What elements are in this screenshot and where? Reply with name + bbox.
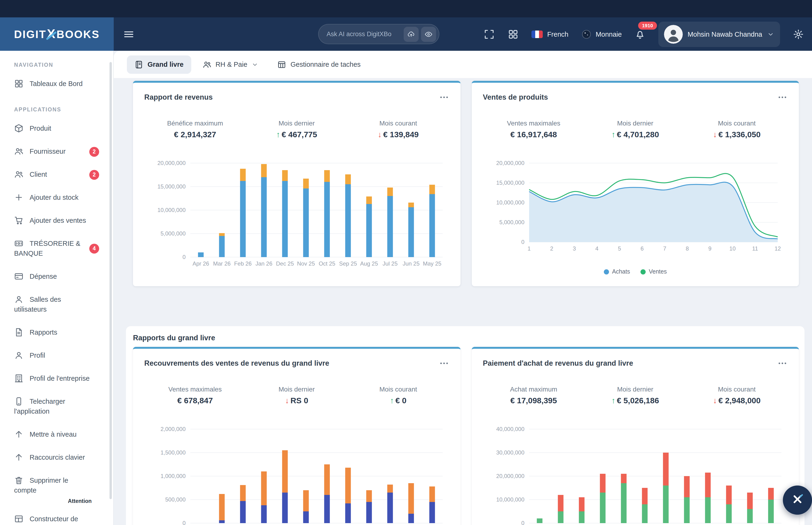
stat-value: ↑€ 4,701,280 bbox=[584, 130, 686, 139]
tab-label: Gestionnaire de taches bbox=[291, 61, 361, 68]
delete-icon bbox=[14, 476, 24, 485]
app-window: DIGITXBOOKS French Monnaie bbox=[0, 0, 812, 525]
profile-icon bbox=[14, 351, 24, 360]
stat-value: € 2,914,327 bbox=[144, 130, 246, 139]
card-header: Paiement d'achat de revenus du grand liv… bbox=[483, 358, 787, 369]
tab-rh-paie[interactable]: RH & Paie bbox=[195, 55, 266, 74]
sidebar-item-profil-de-l-entreprise[interactable]: Profil de l'entreprise bbox=[0, 367, 113, 390]
window-top-strip bbox=[0, 0, 812, 17]
sidebar-item-label: Ajouter du stock bbox=[30, 194, 78, 201]
notifications-button[interactable]: 1910 bbox=[634, 28, 646, 40]
sidebar-item-ajouter-du-stock[interactable]: Ajouter du stock bbox=[0, 186, 113, 209]
stat-mois-dernier: Mois dernier↑€ 4,701,280 bbox=[584, 119, 686, 139]
sidebar-item-label: Mettre à niveau bbox=[30, 431, 77, 438]
menu-toggle-icon[interactable] bbox=[123, 28, 135, 40]
sidebar-item-constructeur-de[interactable]: Constructeur de bbox=[0, 508, 113, 525]
sidebar-item-produit[interactable]: Produit bbox=[0, 117, 113, 140]
ellipsis-menu-icon[interactable] bbox=[777, 92, 787, 103]
user-menu[interactable]: Mohsin Nawab Chandna bbox=[658, 21, 780, 47]
sidebar-item-rapports[interactable]: Rapports bbox=[0, 321, 113, 344]
trend-down-icon: ↓ bbox=[378, 130, 382, 139]
ledger-section-title: Rapports du grand livre bbox=[133, 333, 799, 347]
card-title: Paiement d'achat de revenus du grand liv… bbox=[483, 359, 633, 368]
suppliers-icon bbox=[14, 147, 24, 156]
card-recouvrements-des-ventes-de-revenus-du-grand-livre: Recouvrements des ventes de revenus du g… bbox=[133, 347, 460, 525]
sidebar-item-label: Profil bbox=[30, 351, 45, 359]
svg-text:10,000,000: 10,000,000 bbox=[496, 496, 524, 503]
stat-label: Mois courant bbox=[348, 119, 449, 127]
count-badge: 4 bbox=[89, 244, 99, 254]
sidebar-item-tableaux-de-bord[interactable]: Tableaux de Bord bbox=[0, 72, 113, 95]
stat-value: € 17,098,395 bbox=[483, 396, 584, 406]
chevron-down-icon bbox=[767, 30, 775, 38]
ellipsis-menu-icon[interactable] bbox=[439, 358, 449, 369]
tab-gestionnaire-de-taches[interactable]: Gestionnaire de taches bbox=[270, 55, 368, 74]
stat-label: Mois dernier bbox=[584, 119, 686, 127]
stat-mois-dernier: Mois dernier↑€ 467,775 bbox=[246, 119, 347, 139]
stat-label: Mois courant bbox=[686, 119, 787, 127]
legend-item-ventes: Ventes bbox=[640, 268, 667, 275]
stats-row: Achat maximum€ 17,098,395Mois dernier↑€ … bbox=[483, 386, 787, 406]
vision-icon[interactable] bbox=[421, 27, 436, 42]
ai-search-bar[interactable] bbox=[318, 24, 439, 44]
sidebar-item-label: Produit bbox=[30, 124, 51, 132]
fullscreen-icon[interactable] bbox=[484, 28, 495, 40]
ledger-reports-panel: Rapports du grand livre Recouvrements de… bbox=[126, 326, 805, 525]
cloud-upload-icon[interactable] bbox=[404, 27, 419, 42]
sidebar-item-profil[interactable]: Profil bbox=[0, 344, 113, 367]
ellipsis-menu-icon[interactable] bbox=[439, 92, 449, 103]
brand-fab-button[interactable] bbox=[783, 485, 812, 515]
sidebar-item-raccourcis-clavier[interactable]: Raccourcis clavier bbox=[0, 446, 113, 469]
sidebar-item-depense[interactable]: Dépense bbox=[0, 265, 113, 288]
chart-0: 05,000,00010,000,00015,000,00020,000,000… bbox=[144, 159, 449, 274]
sidebar-item-mettre-a-niveau[interactable]: Mettre à niveau bbox=[0, 423, 113, 446]
hr-icon bbox=[202, 60, 211, 69]
svg-text:500,000: 500,000 bbox=[165, 496, 186, 503]
card-paiement-d-achat-de-revenus-du-grand-livre: Paiement d'achat de revenus du grand liv… bbox=[472, 347, 799, 525]
download-app-icon bbox=[14, 397, 24, 406]
sidebar-item-salles-des-utilisateurs[interactable]: Salles des utilisateurs bbox=[0, 288, 113, 321]
tab-grand-livre[interactable]: Grand livre bbox=[127, 55, 191, 74]
sidebar-item-ajouter-des-ventes[interactable]: Ajouter des ventes bbox=[0, 209, 113, 232]
sidebar-item-supprimer-le-compte[interactable]: Supprimer le compte bbox=[0, 469, 113, 502]
apps-grid-icon[interactable] bbox=[508, 28, 519, 40]
svg-text:5,000,000: 5,000,000 bbox=[499, 219, 524, 225]
currency-selector[interactable]: Monnaie bbox=[581, 29, 622, 39]
card-rapport-de-revenus: Rapport de revenusBénéfice maximum€ 2,91… bbox=[133, 81, 460, 286]
sidebar-item-telecharger-l-application[interactable]: Telecharger l'application bbox=[0, 390, 113, 423]
top-bar: DIGITXBOOKS French Monnaie bbox=[0, 0, 812, 51]
svg-text:6: 6 bbox=[640, 245, 643, 252]
svg-text:30,000,000: 30,000,000 bbox=[496, 449, 524, 456]
sidebar-item-tresorerie-banque[interactable]: TRÉSORERIE & BANQUE4 bbox=[0, 232, 113, 265]
svg-text:Nov 25: Nov 25 bbox=[297, 260, 315, 267]
card-ventes-de-produits: Ventes de produitsVentes maximales€ 16,9… bbox=[472, 81, 799, 286]
svg-text:Mar 26: Mar 26 bbox=[213, 260, 231, 267]
svg-text:10,000,000: 10,000,000 bbox=[157, 207, 186, 213]
sidebar-item-client[interactable]: Client2 bbox=[0, 163, 113, 186]
brand-logo[interactable]: DIGITXBOOKS bbox=[0, 17, 114, 51]
svg-text:0: 0 bbox=[521, 520, 524, 525]
svg-text:Jun 25: Jun 25 bbox=[403, 260, 419, 267]
svg-text:15,000,000: 15,000,000 bbox=[157, 183, 186, 190]
add-sales-icon bbox=[14, 216, 24, 225]
france-flag-icon bbox=[532, 30, 543, 38]
company-icon bbox=[14, 374, 24, 383]
svg-text:0: 0 bbox=[521, 239, 524, 245]
header-toolbar: French Monnaie 1910 Mohsin Nawab Chandna bbox=[114, 17, 804, 51]
reports-icon bbox=[14, 328, 24, 337]
stat-mois-courant: Mois courant↓€ 139,849 bbox=[348, 119, 449, 139]
treasury-icon bbox=[14, 239, 24, 248]
users-room-icon bbox=[14, 295, 24, 304]
sidebar-scrollbar[interactable] bbox=[109, 62, 112, 499]
svg-text:12: 12 bbox=[775, 245, 781, 252]
svg-text:2,000,000: 2,000,000 bbox=[160, 426, 186, 432]
currency-label: Monnaie bbox=[596, 30, 622, 38]
svg-text:Apr 26: Apr 26 bbox=[193, 260, 209, 267]
ellipsis-menu-icon[interactable] bbox=[777, 358, 787, 369]
sidebar-item-fournisseur[interactable]: Fournisseur2 bbox=[0, 140, 113, 163]
language-selector[interactable]: French bbox=[532, 30, 568, 38]
settings-gear-icon[interactable] bbox=[793, 28, 804, 40]
search-input[interactable] bbox=[326, 31, 401, 38]
sidebar-item-label: Tableaux de Bord bbox=[30, 80, 83, 87]
content-area: Rapport de revenusBénéfice maximum€ 2,91… bbox=[114, 78, 812, 525]
